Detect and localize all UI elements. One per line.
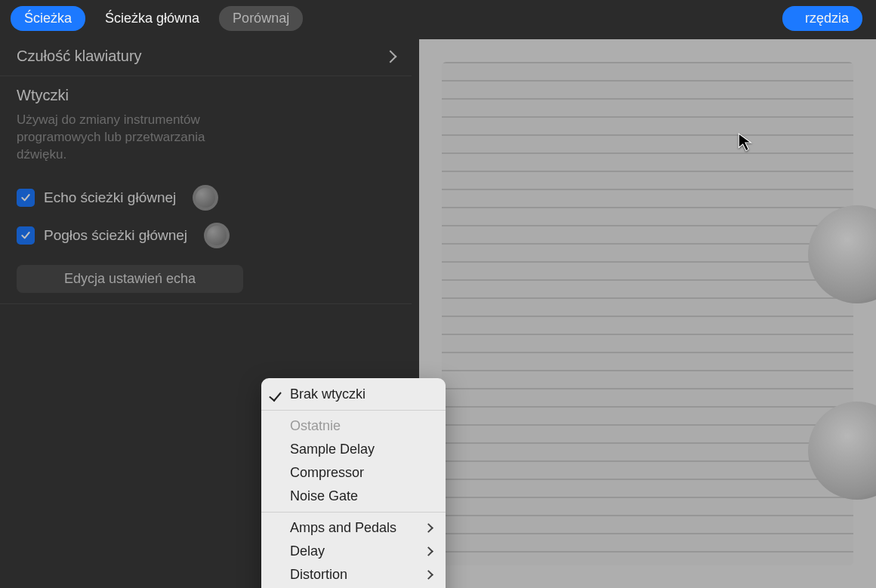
echo-label: Echo ścieżki głównej [44, 189, 176, 206]
tools-button[interactable]: rzędzia [782, 6, 862, 31]
menu-item-recent[interactable]: Sample Delay [261, 438, 446, 461]
keyboard-sensitivity-label: Czułość klawiatury [17, 48, 142, 65]
reverb-row[interactable]: Pogłos ścieżki głównej [0, 217, 412, 254]
menu-separator [261, 512, 446, 513]
knob-decor [808, 205, 876, 303]
edit-echo-settings-button[interactable]: Edycja ustawień echa [17, 265, 243, 293]
chevron-right-icon [424, 523, 433, 533]
echo-row[interactable]: Echo ścieżki głównej [0, 179, 412, 217]
menu-heading-recent: Ostatnie [261, 414, 446, 438]
reverb-label: Pogłos ścieżki głównej [44, 227, 187, 244]
menu-item-category[interactable]: Amps and Pedals [261, 516, 446, 540]
divider [0, 303, 412, 304]
menu-item-category[interactable]: Delay [261, 540, 446, 563]
plugin-menu[interactable]: Brak wtyczki Ostatnie Sample DelayCompre… [261, 378, 446, 588]
menu-item-recent[interactable]: Compressor [261, 461, 446, 485]
menu-item-category[interactable]: Distortion [261, 563, 446, 586]
instrument-backdrop [419, 39, 876, 588]
chevron-right-icon [384, 50, 397, 63]
menu-separator [261, 410, 446, 411]
tab-main-track[interactable]: Ścieżka główna [91, 6, 213, 31]
knob-decor [808, 402, 876, 500]
reverb-checkbox[interactable] [17, 226, 35, 245]
menu-item-recent[interactable]: Noise Gate [261, 485, 446, 508]
compare-button[interactable]: Porównaj [219, 6, 303, 31]
plugins-help-text: Używaj do zmiany instrumentów programowy… [0, 109, 249, 179]
tab-track[interactable]: Ścieżka [11, 6, 85, 31]
top-tab-bar: Ścieżka Ścieżka główna Porównaj rzędzia [0, 0, 876, 37]
plugins-header: Wtyczki [0, 76, 412, 109]
inspector-sidebar: Czułość klawiatury Wtyczki Używaj do zmi… [0, 37, 412, 304]
echo-knob[interactable] [193, 185, 218, 211]
reverb-knob[interactable] [204, 223, 230, 248]
chevron-right-icon [424, 570, 433, 580]
menu-item-no-plugin[interactable]: Brak wtyczki [261, 383, 446, 406]
keyboard-sensitivity-row[interactable]: Czułość klawiatury [0, 37, 412, 76]
echo-checkbox[interactable] [17, 189, 35, 207]
chevron-right-icon [424, 546, 433, 556]
